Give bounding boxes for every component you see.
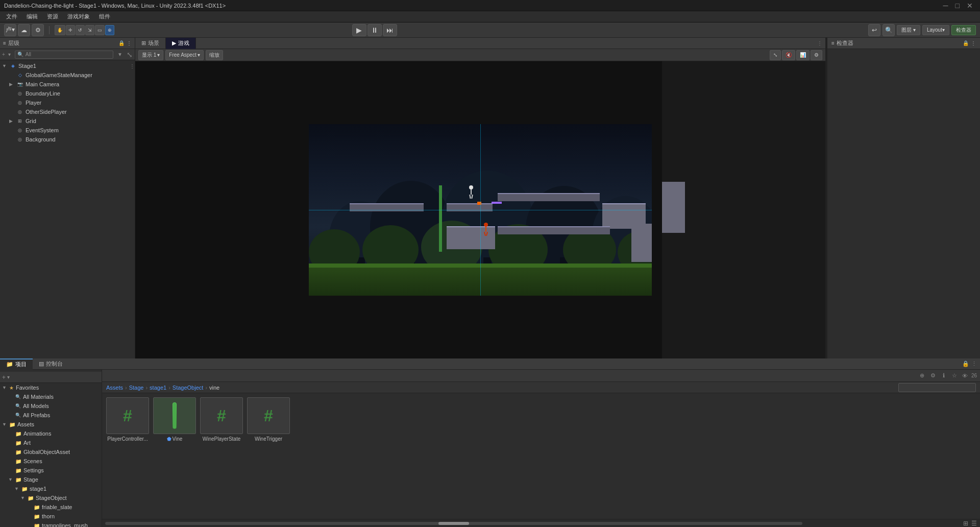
inspector-more-icon[interactable]: ⋮ bbox=[971, 40, 976, 46]
minimize-btn[interactable]: ─ bbox=[940, 2, 951, 10]
undo-history-btn[interactable]: ↩ bbox=[868, 24, 880, 36]
tree-trampolines[interactable]: 📁 trampolines_mush bbox=[0, 521, 102, 527]
tree-globalobjectasset[interactable]: 📁 GlobalObjectAsset bbox=[0, 447, 102, 457]
all-materials-label: All Materials bbox=[23, 394, 54, 400]
scale-tool[interactable]: ⇲ bbox=[85, 25, 94, 35]
search-btn[interactable]: 🔍 bbox=[883, 24, 895, 36]
resolution-dropdown[interactable]: Free Aspect ▾ bbox=[165, 50, 203, 60]
menu-bar: 文件 编辑 资源 游戏对象 组件 bbox=[0, 11, 980, 22]
move-tool[interactable]: ✛ bbox=[66, 25, 75, 35]
hand-tool[interactable]: ✋ bbox=[55, 25, 65, 35]
tree-stageobject[interactable]: ▼ 📁 StageObject bbox=[0, 493, 102, 502]
bottom-tabs-bar: 📁 项目 ▤ 控制台 🔒 ⋮ bbox=[0, 358, 980, 370]
asset-info-btn[interactable]: ℹ bbox=[939, 371, 948, 380]
inspector-btn[interactable]: 检查器 bbox=[951, 25, 976, 35]
asset-scrollbar[interactable] bbox=[105, 522, 802, 525]
breadcrumb-vine: vine bbox=[209, 385, 219, 391]
asset-wineplayerstate[interactable]: # WinePlayerState bbox=[200, 397, 243, 442]
tree-animations[interactable]: 📁 Animations bbox=[0, 429, 102, 438]
game-tab[interactable]: ▶ 游戏 bbox=[166, 38, 196, 49]
hierarchy-expand-btn[interactable]: ⤡ bbox=[127, 51, 133, 59]
view-more-icon[interactable]: ⋮ bbox=[817, 40, 822, 46]
tree-all-prefabs[interactable]: 🔍 All Prefabs bbox=[0, 411, 102, 420]
step-button[interactable]: ⏭ bbox=[383, 24, 397, 36]
breadcrumb-assets[interactable]: Assets bbox=[106, 385, 123, 391]
hierarchy-add-arrow[interactable]: ▾ bbox=[8, 52, 11, 57]
cloud-btn[interactable]: ☁ bbox=[18, 24, 30, 36]
asset-settings-btn[interactable]: ⚙ bbox=[928, 371, 938, 380]
play-button[interactable]: ▶ bbox=[352, 24, 366, 36]
pause-button[interactable]: ⏸ bbox=[368, 24, 382, 36]
console-tab[interactable]: ▤ 控制台 bbox=[33, 358, 69, 370]
grid-obj-icon: ⊞ bbox=[16, 117, 23, 125]
layers-dropdown[interactable]: 图层 ▾ bbox=[897, 25, 920, 35]
list-view-icon[interactable]: ☰ bbox=[971, 520, 977, 527]
tree-friable-slate[interactable]: 📁 friable_slate bbox=[0, 502, 102, 512]
hierarchy-add-btn[interactable]: + bbox=[2, 52, 5, 57]
hierarchy-item-grid[interactable]: ▶ ⊞ Grid bbox=[0, 116, 135, 126]
breadcrumb-stageobject[interactable]: StageObject bbox=[173, 385, 204, 391]
hierarchy-item-stage1[interactable]: ▼ ◈ Stage1 ⋮ bbox=[0, 61, 135, 70]
hierarchy-lock-icon[interactable]: 🔒 bbox=[118, 40, 125, 46]
grid-view-icon[interactable]: ⊞ bbox=[963, 520, 968, 527]
menu-edit[interactable]: 编辑 bbox=[22, 12, 42, 21]
asset-winetrigger[interactable]: # WineTrigger bbox=[247, 397, 290, 442]
layout-dropdown[interactable]: Layout ▾ bbox=[922, 25, 949, 35]
settings-btn[interactable]: ⚙ bbox=[32, 24, 44, 36]
asset-eye-btn[interactable]: 👁 bbox=[961, 371, 970, 380]
create-asset-btn[interactable]: ⊕ bbox=[918, 371, 927, 380]
tree-settings[interactable]: 📁 Settings bbox=[0, 466, 102, 475]
asset-search-input[interactable] bbox=[898, 383, 976, 392]
hierarchy-item-boundary[interactable]: ◎ BoundaryLine bbox=[0, 89, 135, 98]
inspector-lock-icon[interactable]: 🔒 bbox=[963, 40, 969, 46]
menu-component[interactable]: 组件 bbox=[95, 12, 114, 21]
mute-btn[interactable]: 🔇 bbox=[782, 50, 795, 60]
tree-assets[interactable]: ▼ 📁 Assets bbox=[0, 420, 102, 429]
stats-btn[interactable]: 📊 bbox=[796, 50, 810, 60]
account-btn[interactable]: 卢▾ bbox=[4, 24, 16, 36]
tree-all-materials[interactable]: 🔍 All Materials bbox=[0, 392, 102, 401]
add-arrow-btn[interactable]: ▾ bbox=[7, 374, 10, 380]
tree-stage[interactable]: ▼ 📁 Stage bbox=[0, 475, 102, 484]
hierarchy-item-background[interactable]: ◎ Background bbox=[0, 135, 135, 144]
rect-tool[interactable]: ▭ bbox=[95, 25, 105, 35]
inspector-title: 检查器 bbox=[837, 39, 853, 47]
hierarchy-item-camera[interactable]: ▶ 📷 Main Camera bbox=[0, 80, 135, 89]
close-btn[interactable]: ✕ bbox=[964, 2, 976, 10]
add-btn[interactable]: + bbox=[2, 374, 6, 381]
cloud-icon: ☁ bbox=[21, 27, 27, 34]
tree-thorn[interactable]: 📁 thorn bbox=[0, 512, 102, 521]
hierarchy-item-gamestate[interactable]: ◇ GlobalGameStateManager bbox=[0, 70, 135, 80]
tree-art[interactable]: 📁 Art bbox=[0, 438, 102, 447]
menu-file[interactable]: 文件 bbox=[2, 12, 21, 21]
hierarchy-search[interactable]: 🔍 All bbox=[15, 51, 113, 59]
rotate-tool[interactable]: ↺ bbox=[76, 25, 85, 35]
tree-stage1[interactable]: ▼ 📁 stage1 bbox=[0, 484, 102, 493]
menu-gameobject[interactable]: 游戏对象 bbox=[63, 12, 94, 21]
bottom-lock-icon[interactable]: 🔒 bbox=[962, 361, 969, 367]
display-dropdown[interactable]: 显示 1 ▾ bbox=[138, 50, 163, 60]
hierarchy-item-player[interactable]: ◎ Player bbox=[0, 98, 135, 107]
hierarchy-filter-btn[interactable]: ▼ bbox=[117, 52, 122, 57]
gizmos-btn[interactable]: ⚙ bbox=[811, 50, 822, 60]
tree-scenes[interactable]: 📁 Scenes bbox=[0, 457, 102, 466]
maximize-btn[interactable]: ⤡ bbox=[770, 50, 781, 60]
maximize-btn[interactable]: □ bbox=[952, 2, 963, 10]
breadcrumb-stage[interactable]: Stage bbox=[129, 385, 144, 391]
hierarchy-item-eventsystem[interactable]: ◎ EventSystem bbox=[0, 126, 135, 135]
bottom-more-icon[interactable]: ⋮ bbox=[971, 361, 977, 367]
scale-dropdown[interactable]: 缩放 bbox=[206, 50, 223, 60]
asset-playercontroller[interactable]: # PlayerController... bbox=[106, 397, 149, 442]
asset-star-btn[interactable]: ☆ bbox=[950, 371, 959, 380]
transform-all-tool[interactable]: ⊕ bbox=[105, 25, 114, 35]
stage1-more-icon[interactable]: ⋮ bbox=[130, 63, 135, 69]
project-tab[interactable]: 📁 项目 bbox=[0, 358, 33, 370]
hierarchy-more-icon[interactable]: ⋮ bbox=[127, 40, 132, 46]
breadcrumb-stage1[interactable]: stage1 bbox=[150, 385, 166, 391]
tree-all-models[interactable]: 🔍 All Models bbox=[0, 401, 102, 411]
hierarchy-item-otherplayer[interactable]: ◎ OtherSidePlayer bbox=[0, 107, 135, 116]
asset-vine[interactable]: ⬟Vine bbox=[153, 397, 196, 442]
scene-tab[interactable]: ⊞ 场景 bbox=[135, 38, 166, 49]
menu-assets[interactable]: 资源 bbox=[43, 12, 62, 21]
tree-favorites[interactable]: ▼ ★ Favorites bbox=[0, 383, 102, 392]
